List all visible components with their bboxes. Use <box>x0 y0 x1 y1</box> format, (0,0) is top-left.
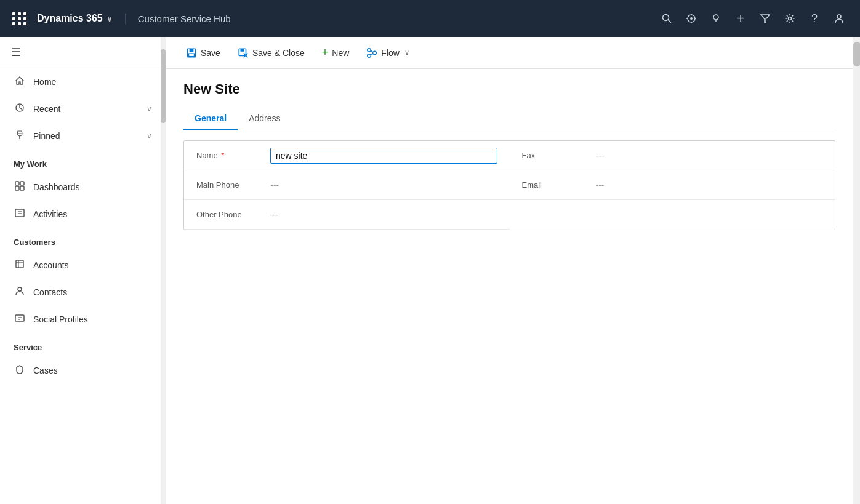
svg-rect-23 <box>16 260 23 268</box>
empty-cell <box>510 200 835 230</box>
new-label: New <box>332 48 349 58</box>
add-button[interactable]: + <box>729 7 752 30</box>
content-area: Save Save & Close + New Flow ∨ New <box>166 37 853 504</box>
sidebar-item-pinned-label: Pinned <box>33 131 139 141</box>
sidebar-item-dashboards[interactable]: Dashboards <box>0 174 166 201</box>
target-icon[interactable] <box>680 7 702 30</box>
activities-icon <box>14 208 26 220</box>
sidebar-item-contacts-label: Contacts <box>33 287 152 297</box>
user-icon[interactable] <box>828 7 850 30</box>
sidebar-item-cases-label: Cases <box>33 366 152 375</box>
sidebar-scrollbar[interactable] <box>161 37 166 504</box>
new-button[interactable]: + New <box>315 42 357 63</box>
fax-field-cell: Fax --- <box>510 141 835 170</box>
sidebar-item-dashboards-label: Dashboards <box>33 182 152 192</box>
main-layout: ☰ Home Recent ∨ Pinned ∨ My Work <box>0 37 860 504</box>
sidebar-item-recent[interactable]: Recent ∨ <box>0 95 166 122</box>
settings-icon[interactable] <box>779 7 801 30</box>
name-input[interactable] <box>270 148 497 164</box>
sidebar-item-cases[interactable]: Cases <box>0 357 166 384</box>
brand-chevron-icon: ∨ <box>106 14 113 23</box>
help-icon[interactable]: ? <box>803 7 826 30</box>
sidebar-item-home-label: Home <box>33 77 152 87</box>
search-button[interactable] <box>656 7 678 30</box>
page-title: New Site <box>183 81 835 97</box>
top-nav: Dynamics 365 ∨ Customer Service Hub + ? <box>0 0 860 37</box>
section-header-my-work: My Work <box>0 150 166 174</box>
main-phone-field-cell: Main Phone --- <box>184 170 510 200</box>
svg-rect-19 <box>20 186 24 190</box>
svg-line-1 <box>669 20 671 23</box>
required-indicator: * <box>221 151 224 160</box>
toolbar: Save Save & Close + New Flow ∨ <box>166 37 853 69</box>
other-phone-value: --- <box>270 210 279 220</box>
new-plus-icon: + <box>322 46 329 59</box>
app-launcher-button[interactable] <box>10 9 30 28</box>
name-field-cell: Name * <box>184 141 510 170</box>
svg-rect-32 <box>189 54 195 57</box>
accounts-icon <box>14 259 26 271</box>
flow-label: Flow <box>381 48 400 58</box>
sidebar-item-accounts[interactable]: Accounts <box>0 252 166 279</box>
flow-button[interactable]: Flow ∨ <box>359 44 417 62</box>
sidebar-item-home[interactable]: Home <box>0 68 166 95</box>
save-close-button[interactable]: Save & Close <box>230 44 312 62</box>
top-nav-icons: + ? <box>656 7 850 30</box>
svg-rect-34 <box>240 49 244 52</box>
svg-point-39 <box>368 54 371 57</box>
flow-chevron-icon[interactable]: ∨ <box>404 49 409 57</box>
sidebar-item-pinned[interactable]: Pinned ∨ <box>0 122 166 150</box>
home-icon <box>14 76 26 88</box>
tab-address[interactable]: Address <box>238 107 291 130</box>
other-phone-label: Other Phone <box>196 210 270 219</box>
email-label: Email <box>522 180 596 190</box>
pinned-icon <box>14 130 26 142</box>
svg-point-38 <box>373 51 377 55</box>
svg-rect-20 <box>15 209 24 217</box>
content-inner: Save Save & Close + New Flow ∨ New <box>166 37 860 504</box>
main-scrollbar[interactable] <box>853 37 860 504</box>
sidebar-item-social-profiles-label: Social Profiles <box>33 314 152 324</box>
svg-rect-17 <box>20 182 24 185</box>
svg-rect-16 <box>15 182 19 185</box>
sidebar-item-activities[interactable]: Activities <box>0 201 166 228</box>
section-header-service: Service <box>0 333 166 357</box>
sidebar-item-activities-label: Activities <box>33 209 152 219</box>
sidebar-item-social-profiles[interactable]: Social Profiles <box>0 306 166 333</box>
svg-line-40 <box>371 50 373 52</box>
sidebar-scrollbar-thumb <box>161 49 166 123</box>
save-label: Save <box>201 48 220 58</box>
form-tabs: General Address <box>183 107 835 130</box>
email-field-cell: Email --- <box>510 170 835 200</box>
dashboards-icon <box>14 181 26 193</box>
grid-dots-icon <box>12 12 27 25</box>
fax-value: --- <box>596 151 605 161</box>
contacts-icon <box>14 286 26 298</box>
sidebar-item-contacts[interactable]: Contacts <box>0 279 166 306</box>
main-phone-value: --- <box>270 180 279 190</box>
tab-general[interactable]: General <box>183 107 238 130</box>
email-value: --- <box>596 180 605 190</box>
save-button[interactable]: Save <box>179 44 228 62</box>
form-section-general: Name * Fax --- Main Phone --- <box>183 140 835 230</box>
app-title: Customer Service Hub <box>125 14 231 24</box>
bulb-icon[interactable] <box>705 7 727 30</box>
svg-point-12 <box>789 17 792 20</box>
svg-rect-18 <box>15 186 19 190</box>
sidebar-toggle-button[interactable]: ☰ <box>0 37 166 68</box>
fax-label: Fax <box>522 151 596 160</box>
svg-point-26 <box>18 287 22 291</box>
pinned-chevron-icon: ∨ <box>147 132 152 140</box>
svg-rect-27 <box>15 315 24 321</box>
save-close-label: Save & Close <box>252 48 305 58</box>
recent-icon <box>14 103 26 115</box>
name-label: Name * <box>196 151 270 160</box>
svg-line-41 <box>371 54 373 55</box>
brand[interactable]: Dynamics 365 ∨ <box>37 13 113 24</box>
social-profiles-icon <box>14 313 26 326</box>
filter-icon[interactable] <box>754 7 776 30</box>
svg-marker-11 <box>761 15 770 23</box>
section-header-customers: Customers <box>0 228 166 252</box>
form-grid: Name * Fax --- Main Phone --- <box>184 141 835 230</box>
sidebar-item-accounts-label: Accounts <box>33 260 152 270</box>
